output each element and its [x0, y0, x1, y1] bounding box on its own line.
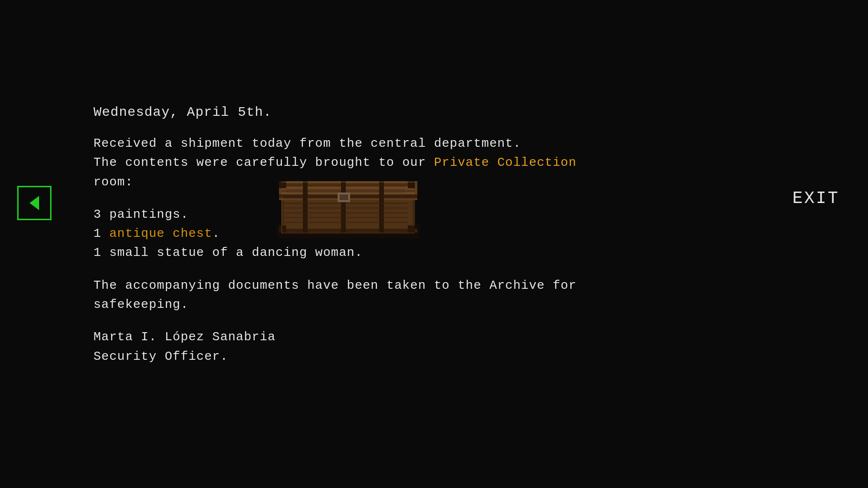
document-date: Wednesday, April 5th.: [93, 105, 618, 120]
items-list: 3 paintings. 1 antique chest. 1 small st…: [93, 205, 618, 263]
back-button[interactable]: [17, 186, 52, 220]
paragraph-1-line2-after: room:: [93, 175, 133, 189]
signature-name: Marta I. López Sanabria: [93, 330, 276, 344]
document-content: Wednesday, April 5th. Received a shipmen…: [93, 105, 618, 366]
item-2-prefix: 1: [93, 226, 109, 241]
paragraph-1: Received a shipment today from the centr…: [93, 134, 618, 192]
paragraph-2-line1: The accompanying documents have been tak…: [93, 278, 577, 293]
signature-title: Security Officer.: [93, 349, 228, 364]
item-1: 3 paintings.: [93, 207, 188, 222]
paragraph-1-line1: Received a shipment today from the centr…: [93, 136, 521, 151]
exit-button[interactable]: EXIT: [793, 189, 839, 208]
paragraph-2-line2: safekeeping.: [93, 297, 188, 312]
paragraph-2: The accompanying documents have been tak…: [93, 276, 618, 315]
svg-marker-0: [30, 196, 39, 210]
paragraph-1-line2-before: The contents were carefully brought to o…: [93, 155, 434, 170]
signature: Marta I. López Sanabria Security Officer…: [93, 327, 618, 366]
antique-chest-highlight: antique chest: [109, 226, 212, 241]
item-3: 1 small statue of a dancing woman.: [93, 245, 363, 260]
item-2-suffix: .: [212, 226, 220, 241]
chevron-left-icon: [25, 193, 44, 213]
private-collection-highlight: Private Collection: [434, 155, 577, 170]
